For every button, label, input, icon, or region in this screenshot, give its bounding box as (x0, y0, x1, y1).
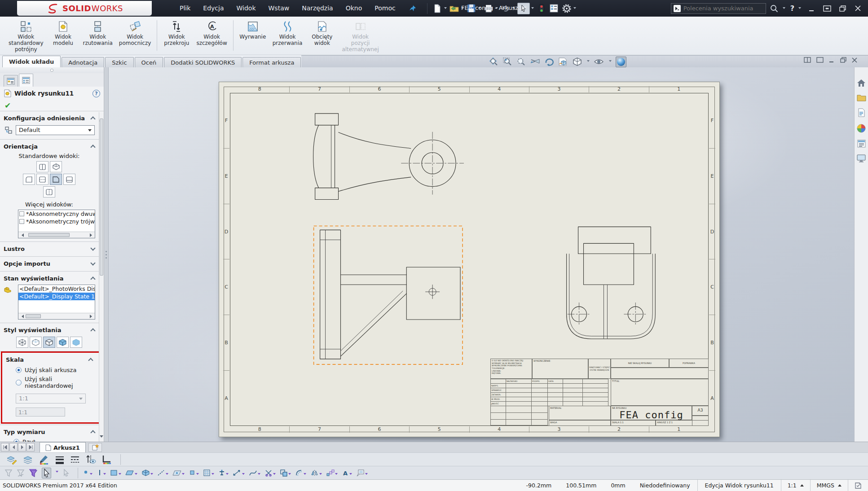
select-arrow-button[interactable] (42, 468, 51, 478)
options-dropdown-icon[interactable] (573, 7, 576, 10)
tab-ocen[interactable]: Oceń (135, 57, 163, 67)
radio-selected-icon[interactable] (16, 367, 22, 373)
drawing-view-front[interactable] (314, 226, 463, 364)
scroll-left-icon[interactable] (18, 313, 25, 319)
selected-view-outline[interactable] (314, 226, 463, 364)
doc-minimize-icon[interactable] (829, 57, 835, 63)
layer-format-button[interactable] (101, 455, 112, 465)
appearances-sphere-icon[interactable] (857, 124, 866, 133)
pin-menu-icon[interactable] (409, 5, 416, 12)
linear-pattern-tool-button[interactable] (326, 469, 338, 477)
parallelogram-tool-button[interactable] (125, 469, 137, 477)
broken-out-section-button[interactable]: Wyrwanie (236, 19, 269, 41)
home-icon[interactable] (857, 79, 866, 87)
help-caret-icon[interactable] (798, 7, 801, 10)
hidden-lines-visible-style-button[interactable] (30, 337, 42, 348)
span-displays-button[interactable] (821, 4, 833, 13)
configuration-dropdown[interactable]: Default (16, 125, 95, 135)
select-dropdown-icon[interactable] (56, 471, 58, 474)
restore-window-button[interactable] (837, 4, 848, 13)
custom-properties-icon[interactable] (857, 140, 866, 148)
radio-icon[interactable] (16, 380, 22, 386)
hidden-lines-removed-style-button[interactable] (43, 337, 55, 348)
collapse-chevron-icon[interactable] (90, 328, 95, 333)
section-header[interactable]: Opcje importu (4, 259, 95, 268)
tab-dodatki-solidworks[interactable]: Dodatki SOLIDWORKS (164, 57, 242, 67)
zoom-icon[interactable] (516, 57, 526, 66)
centerline-tool-button[interactable] (157, 469, 168, 477)
smart-dimension-tool-button[interactable] (233, 469, 245, 477)
scale-popup-icon[interactable] (800, 482, 804, 487)
collapse-chevron-icon[interactable] (88, 358, 93, 363)
view-front-split-button[interactable] (36, 161, 48, 172)
command-search[interactable] (671, 3, 766, 14)
section-header[interactable]: Konfiguracja odniesienia (4, 114, 95, 123)
checkbox[interactable] (19, 219, 24, 224)
list-item[interactable]: <Default>_PhotoWorks Disp (18, 285, 95, 293)
tab-widok-ukladu[interactable]: Widok układu (2, 56, 61, 67)
checkbox[interactable] (19, 211, 24, 216)
options-gear-button[interactable] (561, 3, 572, 14)
note-tool-button[interactable] (356, 469, 368, 477)
add-sheet-button[interactable] (88, 443, 102, 452)
drawing-view-top[interactable] (313, 114, 464, 200)
view-top-button[interactable] (36, 174, 48, 185)
search-magnifier-icon[interactable] (770, 4, 779, 13)
section-header[interactable]: Typ wymiaru (4, 427, 95, 436)
units-control[interactable]: MMGS (811, 482, 848, 489)
previous-view-icon[interactable] (530, 57, 540, 66)
box-tool-button[interactable] (141, 469, 153, 477)
layers-button[interactable] (22, 455, 33, 464)
projected-view-button[interactable]: Widok rzutowania (79, 19, 115, 47)
doc-close-icon[interactable] (852, 57, 857, 63)
view-isometric-button[interactable] (50, 161, 62, 172)
hide-show-items-icon[interactable] (594, 57, 604, 66)
view-bottom-button[interactable] (63, 174, 75, 185)
viewport-single-icon[interactable] (816, 57, 824, 63)
design-library-folder-icon[interactable] (857, 94, 866, 101)
search-options-caret-icon[interactable] (783, 7, 785, 10)
filter-faces-button[interactable] (29, 469, 38, 478)
rectangle-tool-button[interactable] (110, 469, 121, 477)
auxiliary-view-button[interactable]: Widok pomocniczy (116, 19, 154, 47)
offset-entities-tool-button[interactable] (295, 469, 306, 477)
help-button[interactable]: ? (790, 4, 794, 13)
expand-chevron-icon[interactable] (90, 260, 95, 265)
view-left-button[interactable] (23, 174, 35, 185)
scroll-left-icon[interactable] (18, 232, 25, 238)
prev-sheet-button[interactable] (9, 443, 18, 452)
display-style-caret-icon[interactable] (587, 60, 590, 63)
convert-entities-tool-button[interactable] (280, 469, 291, 477)
tab-format-arkusza[interactable]: Format arkusza (242, 57, 301, 67)
scroll-down-icon[interactable] (100, 435, 103, 439)
break-view-button[interactable]: Widok przerwania (269, 19, 306, 47)
sheet-scale-control[interactable]: 1:1 (781, 482, 810, 489)
model-view-button[interactable]: Widok modelu (46, 19, 79, 47)
line-tool-button[interactable] (97, 469, 106, 477)
wireframe-style-button[interactable] (16, 337, 28, 348)
filter-vertices-button[interactable] (4, 469, 13, 477)
detail-view-button[interactable]: AWidok szczegółów (193, 19, 230, 47)
section-header[interactable]: Orientacja (4, 142, 95, 151)
use-sheet-scale-option[interactable]: Użyj skali arkusza (16, 367, 93, 373)
file-explorer-icon[interactable] (857, 108, 865, 117)
property-manager-tab[interactable] (19, 74, 33, 87)
horizontal-scrollbar[interactable] (18, 313, 95, 319)
menu-pomoc[interactable]: Pomoc (368, 0, 401, 17)
collapse-chevron-icon[interactable] (90, 276, 95, 281)
mirror-entities-tool-button[interactable] (310, 469, 322, 477)
line-thickness-button[interactable] (55, 455, 65, 464)
panel-scrollbar[interactable] (99, 112, 104, 442)
collapse-chevron-icon[interactable] (90, 145, 95, 149)
graphics-area[interactable]: 87654321 87654321 FEDCBA FEDCBA (109, 67, 854, 442)
sheet-tab-arkusz1[interactable]: Arkusz1 (40, 442, 86, 452)
line-color-button[interactable] (39, 455, 49, 465)
grid-tool-button[interactable] (203, 469, 214, 477)
apply-scene-button[interactable] (616, 57, 626, 67)
menu-widok[interactable]: Widok (230, 0, 262, 17)
doc-restore-icon[interactable] (840, 57, 846, 63)
hide-show-caret-icon[interactable] (609, 60, 612, 63)
next-sheet-button[interactable] (18, 443, 26, 452)
list-item[interactable]: *Aksonometryczny dwuwym (18, 210, 95, 218)
scroll-right-icon[interactable] (88, 313, 95, 319)
